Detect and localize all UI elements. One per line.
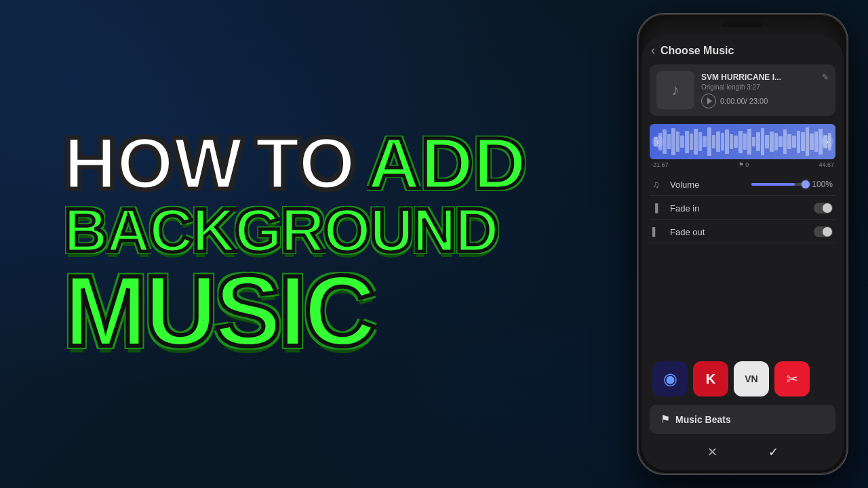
fade-out-control-row: ▌ Fade out xyxy=(650,221,835,243)
anghami-icon-symbol: ◉ xyxy=(663,369,677,388)
waveform-bar xyxy=(810,134,814,150)
fade-in-label: Fade in xyxy=(670,203,814,214)
waveform-bar xyxy=(738,131,743,153)
fade-in-toggle[interactable] xyxy=(814,203,833,214)
kinemaster-app-icon[interactable]: K xyxy=(693,361,728,396)
waveform-container[interactable]: ‹ › xyxy=(650,124,835,159)
play-button[interactable] xyxy=(701,94,716,108)
waveform-timestamps: -21.67 ⚑ 0 44.67 xyxy=(650,161,835,168)
waveform-bar xyxy=(707,127,711,156)
waveform-bar xyxy=(685,131,689,153)
timestamp-right: 44.67 xyxy=(818,161,834,168)
waveform-bar xyxy=(814,131,818,152)
timestamp-left: -21.67 xyxy=(651,161,669,168)
splice-app-icon[interactable]: ✂ xyxy=(774,361,810,396)
track-name: SVM HURRICANE I... xyxy=(701,73,781,82)
waveform-bar xyxy=(778,136,783,146)
back-button[interactable]: ‹ xyxy=(651,43,655,58)
title-line-1-container: HOW TO ADD xyxy=(64,127,526,200)
title-block: HOW TO ADD BACKGROUND MUSIC xyxy=(64,127,526,361)
music-card: ♪ SVM HURRICANE I... ✎ Original length 3… xyxy=(650,64,835,116)
waveform-bar xyxy=(756,132,760,152)
waveform-bar xyxy=(680,136,684,148)
volume-slider-thumb[interactable] xyxy=(802,180,810,188)
player-row: 0:00.00/ 23:00 xyxy=(701,94,829,108)
volume-slider-track[interactable] xyxy=(751,183,806,186)
volume-icon: ♫ xyxy=(652,179,665,190)
music-beats-label: Music Beats xyxy=(675,414,731,425)
fade-out-toggle[interactable] xyxy=(814,226,833,237)
title-word-background: BACKGROUND xyxy=(64,200,526,261)
kinemaster-icon-symbol: K xyxy=(706,371,715,387)
timestamp-mid: ⚑ 0 xyxy=(738,161,749,168)
app-icons-row: ◉ K VN ✂ xyxy=(650,356,835,402)
music-info: SVM HURRICANE I... ✎ Original length 3:2… xyxy=(701,73,829,108)
fade-out-label: Fade out xyxy=(670,227,814,237)
waveform-bar xyxy=(698,132,703,152)
current-time: 0:00.00 xyxy=(720,97,745,105)
volume-control-row: ♫ Volume 100% xyxy=(650,174,835,196)
waveform-nav-left-button[interactable]: ‹ xyxy=(652,136,664,148)
waveform-bars xyxy=(650,124,835,159)
fade-in-control-row: ▐ Fade in xyxy=(650,197,835,220)
waveform-bar xyxy=(703,136,707,146)
time-display: 0:00.00/ 23:00 xyxy=(720,97,768,105)
waveform-bar xyxy=(783,129,787,153)
waveform-bar xyxy=(694,129,698,154)
waveform-bar xyxy=(770,131,774,152)
volume-slider-fill xyxy=(751,183,795,186)
waveform-bar xyxy=(797,131,801,153)
fade-in-toggle-knob xyxy=(823,203,832,213)
waveform-bar xyxy=(667,134,671,149)
phone-frame: ‹ Choose Music ♪ SVM HURRICANE I... ✎ Or… xyxy=(637,14,848,474)
title-word-add: ADD xyxy=(368,127,526,200)
fade-out-icon: ▌ xyxy=(652,227,665,237)
waveform-bar xyxy=(721,133,725,150)
waveform-bar xyxy=(787,134,791,149)
app-title: Choose Music xyxy=(660,45,734,57)
volume-percentage: 100% xyxy=(810,180,833,189)
waveform-bar xyxy=(725,129,729,153)
fade-in-icon: ▐ xyxy=(652,203,665,213)
waveform-bar xyxy=(774,133,778,150)
waveform-bar xyxy=(676,131,680,152)
waveform-bar xyxy=(801,132,805,152)
phone-screen: ‹ Choose Music ♪ SVM HURRICANE I... ✎ Or… xyxy=(642,35,844,470)
waveform-bar xyxy=(734,136,738,148)
music-note-icon: ♪ xyxy=(672,81,679,99)
waveform-bar xyxy=(747,129,751,154)
volume-label: Volume xyxy=(670,180,751,190)
vn-icon-symbol: VN xyxy=(745,373,757,384)
waveform-bar xyxy=(671,128,675,155)
phone-notch xyxy=(722,22,763,27)
volume-slider-container: 100% xyxy=(751,180,833,189)
phone-wrapper: ‹ Choose Music ♪ SVM HURRICANE I... ✎ Or… xyxy=(637,14,848,474)
vn-app-icon[interactable]: VN xyxy=(734,361,769,396)
music-beats-button[interactable]: ⚑ Music Beats xyxy=(650,405,835,434)
edit-icon[interactable]: ✎ xyxy=(822,73,829,82)
waveform-bar xyxy=(765,135,769,148)
waveform-bar xyxy=(806,127,810,156)
waveform-bar xyxy=(792,136,796,148)
waveform-bar xyxy=(730,134,734,149)
waveform-bar xyxy=(716,131,720,152)
music-name-row: SVM HURRICANE I... ✎ xyxy=(701,73,829,82)
app-header: ‹ Choose Music xyxy=(650,43,835,58)
splice-icon-symbol: ✂ xyxy=(787,371,798,387)
anghami-app-icon[interactable]: ◉ xyxy=(652,361,688,396)
waveform-bar xyxy=(712,135,716,148)
music-thumbnail: ♪ xyxy=(656,71,694,109)
waveform-bar xyxy=(752,137,756,146)
confirm-button[interactable]: ✓ xyxy=(763,442,783,462)
title-word-to: TO xyxy=(255,127,355,200)
title-word-how: HOW xyxy=(64,127,243,200)
total-time: / 23:00 xyxy=(745,97,768,105)
app-ui: ‹ Choose Music ♪ SVM HURRICANE I... ✎ Or… xyxy=(642,35,844,470)
cancel-button[interactable]: ✕ xyxy=(702,442,722,462)
left-content-area: HOW TO ADD BACKGROUND MUSIC xyxy=(0,0,590,488)
music-beats-icon: ⚑ xyxy=(660,413,670,426)
title-word-music: MUSIC xyxy=(64,261,526,361)
waveform-nav-right-button[interactable]: › xyxy=(821,136,833,148)
fade-out-toggle-knob xyxy=(823,227,832,237)
controls-section: ♫ Volume 100% ▐ Fade in xyxy=(650,174,835,356)
